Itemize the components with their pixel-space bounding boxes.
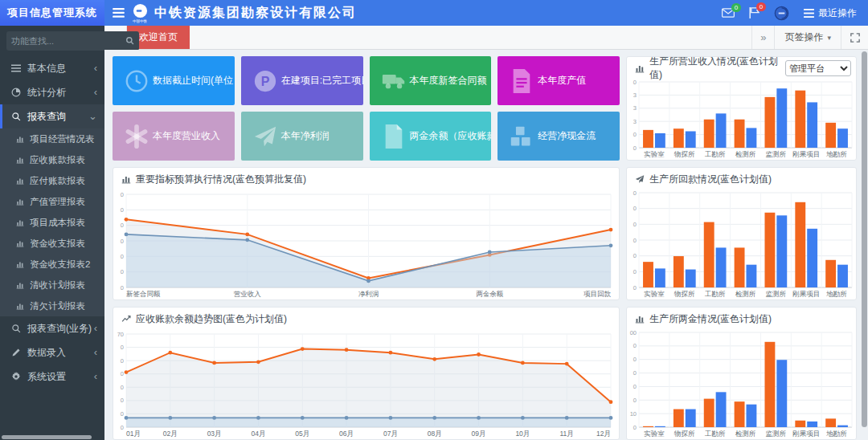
submenu-item[interactable]: 项目经营情况表 [0,128,104,149]
svg-text:实验室: 实验室 [644,430,665,438]
svg-text:10月: 10月 [515,430,530,438]
kpi-tiles: 数据截止时间(单位：万元)P在建项目:已完工项目本年度新签合同额本年度产值本年度… [113,56,620,161]
production-revenue-chart[interactable]: 033300实验室物探所工勘所检测所监测所刚果项目地勘所 [627,76,856,160]
submenu-item-label: 资金收支报表 [30,238,85,250]
app-window: 项目信息管理系统 基本信息‹统计分析‹报表查询⌄项目经营情况表应收账款报表应付账… [0,0,868,440]
plane-icon [249,124,281,149]
svg-text:02月: 02月 [163,430,178,438]
kpi-tile-5[interactable]: 本年净利润 [241,112,363,161]
svg-text:P: P [260,74,269,88]
svg-text:0: 0 [633,268,637,275]
kpi-tile-1[interactable]: P在建项目:已完工项目 [241,56,363,105]
sidebar-item-1[interactable]: 统计分析‹ [0,80,104,104]
budget-execution-chart[interactable]: 0000000新签合同额营业收入净利润两金余额项目回款 [113,187,619,299]
svg-text:70: 70 [117,331,124,338]
kpi-tile-4[interactable]: 本年度营业收入 [113,112,235,161]
svg-text:0: 0 [121,344,124,351]
svg-text:0: 0 [633,237,637,244]
asterisk-icon [121,124,153,149]
svg-text:检测所: 检测所 [735,150,756,158]
tab-operations-dropdown[interactable]: 页签操作 ▾ [774,26,841,49]
submenu-item[interactable]: 清欠计划报表 [0,295,104,316]
sidebar-search [0,26,104,56]
panel-production-payback: 生产所回款情况(蓝色计划值) 0000000实验室物探所工勘所检测所监测所刚果项… [626,167,857,300]
file-icon [378,124,410,149]
svg-text:工勘所: 工勘所 [704,290,726,298]
sidebar-item-label: 报表查询(业务) [27,322,94,336]
mail-icon[interactable]: 0 [722,8,735,18]
company-logo-icon: 中国中铁 [132,3,148,23]
receivables-trend-chart[interactable]: 70000000001月02月03月04月05月06月07月08月09月10月1… [113,327,619,439]
production-liangjin-chart[interactable]: 0000000100实验室物探所工勘所检测所监测所刚果项目地勘所 [627,327,856,439]
main-area: 中国中铁 中铁资源集团勘察设计有限公司 0 0 最近操作 [104,0,868,440]
flag-icon[interactable]: 0 [749,7,760,18]
svg-text:05月: 05月 [295,430,309,438]
fullscreen-toggle-icon[interactable] [841,26,868,49]
submenu-item-label: 应付账款报表 [30,175,85,187]
search-icon[interactable] [125,34,134,48]
scroll-tabs-right-icon[interactable]: » [751,26,774,49]
chevron-icon: ‹ [94,324,97,332]
svg-text:刚果项目: 刚果项目 [792,150,820,158]
sidebar-item-label: 报表查询 [27,110,88,124]
tile-label: 数据截止时间(单位：万元) [153,74,235,88]
submenu-item[interactable]: 应收账款报表 [0,149,104,170]
svg-text:0: 0 [121,238,124,245]
vertical-scrollbar-thumb[interactable] [862,51,867,427]
submenu-item[interactable]: 应付账款报表 [0,170,104,191]
sidebar-item-3[interactable]: 报表查询(业务)‹ [0,316,104,340]
panel-receivables-trend: 应收账款余额趋势图(蓝色为计划值) 70000000001月02月03月04月0… [113,307,620,440]
tile-label: 本年度营业收入 [153,129,220,143]
chart-bar-icon [635,63,645,73]
svg-text:0: 0 [121,284,124,291]
svg-text:0: 0 [121,222,124,229]
kpi-tile-2[interactable]: 本年度新签合同额 [370,56,492,105]
search-box[interactable] [6,31,139,51]
kpi-tile-6[interactable]: 两金余额（应收账款和存货） [370,112,492,161]
sidebar-item-4[interactable]: 数据录入‹ [0,340,104,365]
kpi-tile-7[interactable]: 经营净现金流 [497,112,620,161]
sidebar-submenu: 项目经营情况表应收账款报表应付账款报表产值管理报表项目成本报表资金收支报表资金收… [0,128,104,316]
recent-operations-button[interactable]: 最近操作 [804,6,857,20]
sidebar-item-5[interactable]: 系统设置‹ [0,365,104,389]
production-payback-chart[interactable]: 0000000实验室物探所工勘所检测所监测所刚果项目地勘所 [627,187,856,299]
truck-icon [378,69,410,93]
chart-bar-icon [635,314,645,324]
submenu-item-label: 资金收支报表2 [30,259,90,271]
submenu-item[interactable]: 资金收支报表 [0,233,104,254]
chart-bar-icon [14,218,26,226]
svg-text:0: 0 [633,424,637,431]
sidebar-item-0[interactable]: 基本信息‹ [0,56,104,80]
panel-production-liangjin: 生产所两金情况(蓝色计划值) 0000000100实验室物探所工勘所检测所监测所… [626,307,857,440]
panel-title: 重要指标预算执行情况(蓝色预算批复值) [136,173,306,186]
svg-text:检测所: 检测所 [735,290,756,298]
tile-label: 本年度新签合同额 [410,74,487,88]
list-icon [10,63,23,73]
chart-bar-icon [14,177,26,185]
sidebar-item-2[interactable]: 报表查询⌄ [0,104,104,128]
svg-text:0: 0 [121,253,124,260]
submenu-item-label: 应收账款报表 [30,154,85,166]
file-text-icon [506,69,538,93]
svg-text:07月: 07月 [383,430,398,438]
platform-select[interactable]: 管理平台 [785,60,851,76]
submenu-item[interactable]: 清收计划报表 [0,275,104,295]
vertical-scrollbar[interactable] [862,51,867,435]
submenu-item[interactable]: 产值管理报表 [0,191,104,212]
svg-text:03月: 03月 [207,430,222,438]
emblem-icon[interactable] [774,6,789,21]
kpi-tile-3[interactable]: 本年度产值 [497,56,620,105]
search-input[interactable] [11,36,125,46]
svg-text:物探所: 物探所 [674,150,695,158]
svg-text:11月: 11月 [560,430,574,438]
app-title: 项目信息管理系统 [0,0,104,26]
submenu-item-label: 项目经营情况表 [30,133,95,145]
panel-header: 应收账款余额趋势图(蓝色为计划值) [113,308,619,327]
kpi-tile-0[interactable]: 数据截止时间(单位：万元) [113,56,235,105]
horizontal-scrollbar-thumb[interactable] [2,435,92,439]
submenu-item[interactable]: 项目成本报表 [0,212,104,233]
sidebar-toggle-icon[interactable] [104,0,132,26]
submenu-item[interactable]: 资金收支报表2 [0,254,104,275]
svg-text:物探所: 物探所 [674,290,695,298]
svg-text:0: 0 [121,384,124,391]
